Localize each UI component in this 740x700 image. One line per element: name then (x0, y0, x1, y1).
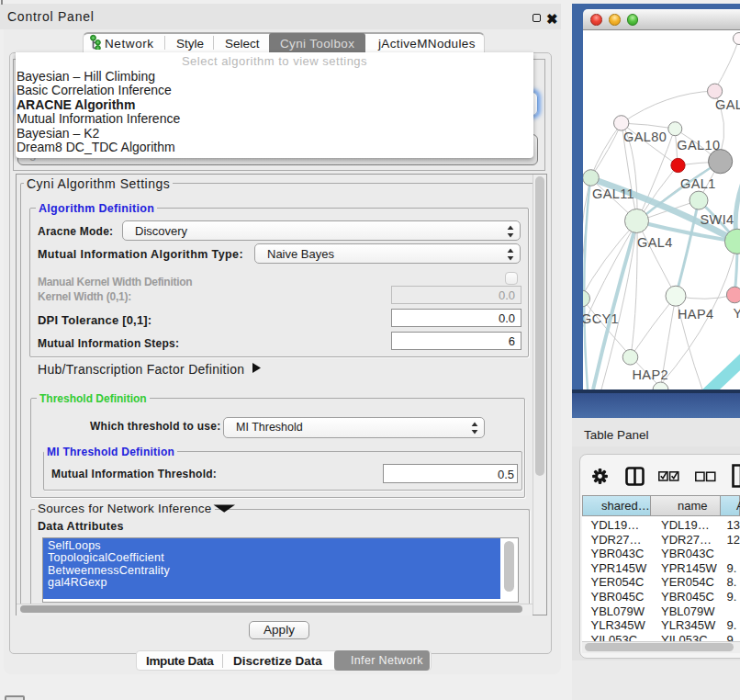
svg-text:Y: Y (734, 306, 740, 321)
svg-text:HAP4: HAP4 (678, 307, 713, 322)
svg-text:HAP2: HAP2 (633, 367, 668, 382)
svg-text:GAL1: GAL1 (680, 176, 716, 191)
svg-text:GAL11: GAL11 (592, 186, 634, 201)
svg-text:GAL10: GAL10 (677, 138, 720, 152)
svg-text:GAL: GAL (715, 97, 740, 112)
svg-text:GAL80: GAL80 (623, 130, 667, 144)
svg-text:GCY1: GCY1 (583, 311, 619, 326)
svg-text:SWI4: SWI4 (701, 212, 734, 227)
svg-text:GAL4: GAL4 (637, 235, 673, 250)
